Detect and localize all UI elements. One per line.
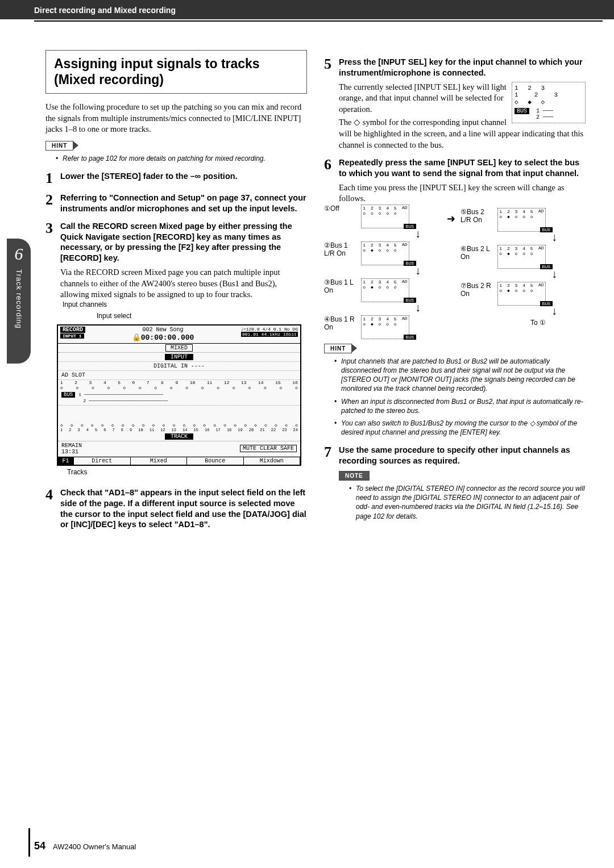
right-column: 5 Press the [INPUT SEL] key for the inpu… (324, 50, 586, 533)
step-head: Repeatedly press the same [INPUT SEL] ke… (339, 157, 586, 179)
step-num: 3 (45, 221, 60, 264)
lcd-meter: 001.01 44.1kHz 16bit (241, 332, 298, 337)
bus-diagram: AD1 2 3 4 5◇ ◆ ◇ ◇ ◇ (497, 282, 545, 306)
corner-nums: 1 2 3 (515, 85, 583, 91)
bus-state: ⑤Bus 2 L/R On AD1 2 3 4 5◇ ◆ ◇ ◇ ◇ BUS (460, 208, 563, 232)
lcd-bus-label: BUS (61, 392, 75, 398)
bus-state-num: ⑥ (460, 245, 467, 253)
note-list: To select the [DIGITAL STEREO IN] connec… (339, 481, 586, 521)
bus-state-num: ⑦ (460, 282, 467, 290)
lcd-digital-row: DIGITAL IN ---- (58, 362, 300, 371)
lcd-track-label: TRACK (165, 433, 193, 440)
hint2-list: Input channels that are patched to Bus1 … (324, 353, 586, 437)
down-arrow-icon: ↓ (529, 268, 580, 281)
footer-bar (28, 828, 30, 857)
bus-diagram: AD1 2 3 4 5◇ ◆ ◇ ◇ ◇ (361, 278, 409, 302)
step-num: 1 (45, 171, 60, 186)
lcd-annotation-bottom: Tracks (67, 468, 307, 476)
bus-col-right: ➜ ⑤Bus 2 L/R On AD1 2 3 4 5◇ ◆ ◇ ◇ ◇ BUS… (460, 205, 580, 339)
step-head: Referring to "Connection and Setup" on p… (60, 193, 307, 214)
lcd-mode: MIXED (58, 344, 300, 353)
bus-state-num: ⑤ (460, 208, 467, 216)
lcd-time: 🔒00:00:00.000 (132, 333, 194, 342)
step-5: 5 Press the [INPUT SEL] key for the inpu… (324, 57, 586, 78)
bus-badge: BUS (540, 301, 553, 306)
bus-state-num: ③ (324, 278, 330, 286)
chapter-label: Track recording (15, 269, 23, 329)
step-head: Press the [INPUT SEL] key for the input … (339, 57, 586, 78)
down-arrow-icon: ↓ (529, 304, 580, 318)
bus-badge: BUS (404, 335, 416, 340)
note-label: NOTE (339, 471, 370, 481)
lcd-subtitle: INPUT 1 (60, 333, 84, 339)
intro-paragraph: Use the following procedure to set up th… (45, 102, 307, 135)
lcd-ad-row: AD SLOT (58, 371, 300, 380)
left-column: Assigning input signals to tracks (Mixed… (45, 50, 307, 533)
note-box: NOTE To select the [DIGITAL STEREO IN] c… (339, 471, 586, 521)
step6-body: Each time you press the [INPUT SEL] key … (339, 182, 586, 205)
lcd-bus-row: BUS 1 ───────────────────────────── 2 ──… (58, 390, 300, 406)
down-arrow-icon: ↓ (392, 264, 443, 277)
lcd-diamonds: ◇◇◇◇◇◇◇◇◇◇◇◇◇◇◇◇ (58, 385, 300, 390)
corner-diagram: 1 2 3 1 2 3 ◇ ◆ ◇ BUS 1 ─── 2 ─── (512, 82, 586, 123)
hint2-item: Input channels that are patched to Bus1 … (334, 357, 586, 394)
corner-bus-label: BUS (515, 108, 529, 114)
down-arrow-icon: ↓ (392, 301, 443, 314)
lcd-tab: Bounce (187, 457, 244, 465)
hint2-item: You can also switch to Bus1/Bus2 by movi… (334, 419, 586, 437)
section-title: Assigning input signals to tracks (Mixed… (54, 56, 298, 87)
bus-state-columns: ①Off AD1 2 3 4 5◇ ◇ ◇ ◇ ◇ BUS ↓ ②Bus 1 L… (324, 205, 586, 339)
lcd-bottom-row: REMAIN 13:31 MUTE CLEAR SAFE (58, 441, 300, 457)
page-number: 54 (34, 840, 45, 852)
step-num: 5 (324, 57, 339, 78)
page-footer: 54 AW2400 Owner's Manual (34, 840, 136, 852)
step-1: 1 Lower the [STEREO] fader to the –∞ pos… (45, 171, 307, 186)
down-arrow-icon: ↓ (529, 231, 580, 244)
bus-state-num: ② (324, 241, 330, 249)
bus-diagram: AD1 2 3 4 5◇ ◆ ◇ ◇ ◇ (361, 241, 409, 265)
step-3: 3 Call the RECORD screen Mixed page by e… (45, 221, 307, 264)
lcd-scale-bot: ◇◇◇◇◇◇◇◇◇◇◇◇◇◇◇◇◇◇◇◇◇◇◇◇ (58, 423, 300, 428)
bus-badge: BUS (540, 227, 553, 232)
main-content: Assigning input signals to tracks (Mixed… (0, 22, 614, 533)
bus-state: ⑦Bus 2 R On AD1 2 3 4 5◇ ◆ ◇ ◇ ◇ BUS (460, 282, 563, 306)
chapter-number: 6 (7, 244, 31, 264)
bus-state-num: ① (324, 205, 330, 212)
step-7: 7 Use the same procedure to specify othe… (324, 445, 586, 466)
step-head: Check that "AD1–8" appears in the input … (60, 487, 307, 530)
hint-box-1: HINT Refer to page 102 for more details … (45, 141, 307, 163)
lcd-scale-top: 12345678910111213141516 (58, 380, 300, 385)
lcd-tab: Mixdown (244, 457, 301, 465)
step-6: 6 Repeatedly press the same [INPUT SEL] … (324, 157, 586, 179)
bus-state: ⑥Bus 2 L On AD1 2 3 4 5◇ ◆ ◇ ◇ ◇ BUS (460, 245, 563, 269)
down-arrow-icon: ↓ (392, 227, 443, 240)
hint2-item: When an input is disconnected from Bus1 … (334, 397, 586, 415)
bus-state: ①Off AD1 2 3 4 5◇ ◇ ◇ ◇ ◇ BUS (324, 205, 426, 228)
lcd-tab: Mixed (131, 457, 188, 465)
bus-state-num: ④ (324, 315, 330, 323)
lcd-top-row: RECORD INPUT 1 002 New Song 🔒00:00:00.00… (58, 326, 300, 344)
hint-label: HINT (324, 344, 352, 353)
bus-badge: BUS (404, 261, 416, 266)
section-title-box: Assigning input signals to tracks (Mixed… (45, 50, 307, 94)
lcd-song: 002 New Song (143, 327, 184, 333)
bus-state: ④Bus 1 R On AD1 2 3 4 5◇ ◆ ◇ ◇ ◇ BUS (324, 315, 426, 339)
lcd-screen: RECORD INPUT 1 002 New Song 🔒00:00:00.00… (57, 324, 301, 466)
manual-title: AW2400 Owner's Manual (53, 842, 136, 851)
step-head: Use the same procedure to specify other … (339, 445, 586, 466)
lcd-annotation-top2: Input select (97, 312, 307, 320)
step-num: 7 (324, 445, 339, 466)
step-2: 2 Referring to "Connection and Setup" on… (45, 193, 307, 214)
bus-diagram: AD1 2 3 4 5◇ ◆ ◇ ◇ ◇ (497, 208, 545, 232)
bus-state-label: Off (330, 205, 339, 212)
lcd-tab: Direct (74, 457, 131, 465)
step3-body: Via the RECORD screen Mixed page you can… (60, 267, 307, 301)
bus-diagram: AD1 2 3 4 5◇ ◆ ◇ ◇ ◇ (497, 245, 545, 269)
step-head: Call the RECORD screen Mixed page by eit… (60, 221, 307, 264)
lcd-tempo: ♩=120.0 4/4 0.1 No DG (240, 327, 298, 332)
bus-badge: BUS (540, 264, 553, 269)
bus-badge: BUS (404, 224, 416, 229)
bus-col-left: ①Off AD1 2 3 4 5◇ ◇ ◇ ◇ ◇ BUS ↓ ②Bus 1 L… (324, 205, 443, 339)
lcd-title: RECORD (60, 327, 85, 333)
lcd-scale-nums: 123456789101112131415161718192021222324 (58, 428, 300, 432)
